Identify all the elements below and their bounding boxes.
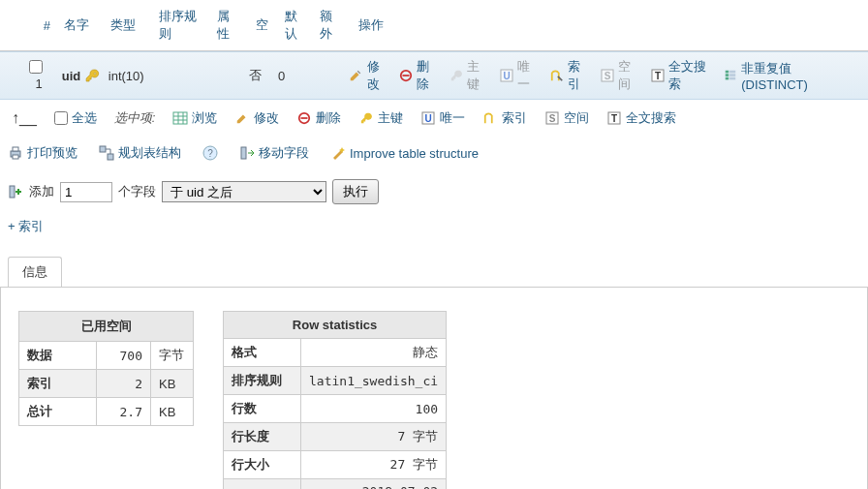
with-selected-row: ↑__ 全选 选中项: 浏览 修改 删除 主键 U唯一 索引 S空间 T全文搜索 [0, 100, 868, 137]
structure-icon [99, 145, 114, 161]
printer-icon [8, 145, 23, 161]
row-type: int(10) [99, 69, 147, 83]
svg-rect-25 [108, 154, 113, 160]
add-fields-row: 添加 个字段 于 uid 之后 执行 [0, 169, 868, 214]
fulltext-icon: T [650, 68, 664, 83]
table-row: 行数100 [224, 395, 447, 423]
col-type[interactable]: 类型 [101, 13, 149, 38]
add-position-select[interactable]: 于 uid 之后 [162, 181, 326, 202]
unique-link: U唯一 [500, 58, 541, 93]
svg-rect-12 [729, 77, 735, 80]
table-row: 创建时间2018-07-02 20:31:06 [224, 479, 447, 490]
spatial-button[interactable]: S空间 [544, 109, 589, 127]
print-preview-link[interactable]: 打印预览 [8, 144, 78, 162]
key-icon [358, 110, 374, 126]
col-null[interactable]: 空 [246, 13, 275, 38]
edit-link[interactable]: 修改 [349, 58, 389, 93]
spatial-icon: S [544, 110, 560, 126]
spatial-icon: S [600, 68, 613, 83]
table-icon [172, 110, 188, 126]
svg-text:S: S [604, 71, 610, 81]
add-icon [8, 184, 23, 199]
svg-rect-9 [726, 77, 729, 80]
table-row: 格式静态 [224, 339, 447, 367]
fulltext-icon: T [606, 110, 622, 126]
space-title: 已用空间 [19, 312, 194, 342]
svg-rect-24 [100, 146, 106, 152]
svg-text:T: T [611, 113, 617, 124]
columns-header: # 名字 类型 排序规则 属性 空 默认 额外 操作 [0, 0, 868, 51]
col-ops: 操作 [349, 13, 393, 38]
svg-rect-11 [729, 74, 735, 76]
tabs: 信息 [8, 257, 868, 287]
index-icon [482, 110, 498, 126]
pencil-icon [349, 68, 362, 83]
svg-text:U: U [503, 71, 510, 81]
delete-icon [296, 110, 312, 126]
svg-text:S: S [549, 113, 556, 124]
add-label: 添加 [29, 183, 54, 200]
browse-button[interactable]: 浏览 [172, 109, 217, 127]
check-all-checkbox[interactable] [54, 111, 68, 125]
fulltext-link[interactable]: T全文搜索 [650, 58, 714, 93]
improve-link[interactable]: Improve table structure [330, 145, 479, 161]
svg-rect-28 [241, 147, 246, 159]
unique-icon: U [500, 68, 513, 83]
stats-title: Row statistics [224, 312, 447, 339]
distinct-icon [724, 68, 738, 83]
drop-button[interactable]: 删除 [296, 109, 341, 127]
propose-link[interactable]: 规划表结构 [99, 144, 181, 162]
index-link[interactable]: 索引 [550, 58, 591, 93]
move-icon [239, 145, 255, 161]
go-button[interactable]: 执行 [332, 179, 379, 204]
row-checkbox[interactable] [29, 60, 43, 74]
col-extra[interactable]: 额外 [310, 4, 349, 46]
svg-text:?: ? [207, 148, 213, 159]
index-button[interactable]: 索引 [482, 109, 527, 127]
col-name[interactable]: 名字 [54, 13, 101, 38]
fulltext-button[interactable]: T全文搜索 [606, 109, 676, 127]
with-selected-label: 选中项: [114, 109, 156, 127]
row-name-cell: uid [52, 68, 99, 83]
column-row: 1 uid int(10) 否 0 修改 删除 主键 U唯一 索引 S空间 T全… [0, 51, 868, 100]
table-row: 总计2.7KB [19, 398, 194, 426]
row-default: 0 [268, 69, 302, 83]
arrow-up-icon: ↑__ [12, 109, 37, 127]
check-all[interactable]: 全选 [54, 109, 97, 127]
svg-text:T: T [654, 71, 660, 81]
info-panel: 已用空间 数据700字节 索引2KB 总计2.7KB Row statistic… [0, 287, 868, 489]
col-collation[interactable]: 排序规则 [149, 4, 207, 46]
unique-icon: U [420, 110, 436, 126]
space-table: 已用空间 数据700字节 索引2KB 总计2.7KB [18, 311, 194, 426]
toolbar-row: 打印预览 规划表结构 ? 移动字段 Improve table structur… [0, 137, 868, 169]
table-row: 排序规则latin1_swedish_ci [224, 367, 447, 395]
index-icon [550, 68, 564, 83]
unique-button[interactable]: U唯一 [420, 109, 465, 127]
edit-button[interactable]: 修改 [234, 109, 279, 127]
add-mid-label: 个字段 [118, 183, 156, 200]
table-row: 索引2KB [19, 370, 194, 398]
row-actions: 修改 删除 主键 U唯一 索引 S空间 T全文搜索 非重复值 (DISTINCT… [339, 58, 860, 93]
add-count-input[interactable] [60, 182, 112, 202]
help-icon[interactable]: ? [202, 145, 218, 161]
drop-link[interactable]: 删除 [399, 58, 440, 93]
tab-info[interactable]: 信息 [8, 257, 62, 287]
table-row: 行长度7 字节 [224, 423, 447, 451]
row-null: 否 [239, 67, 268, 84]
row-num: 1 [36, 76, 43, 91]
distinct-link[interactable]: 非重复值 (DISTINCT) [724, 60, 851, 92]
row-name: uid [62, 69, 81, 83]
svg-rect-29 [10, 186, 15, 198]
add-index-link[interactable]: + 索引 [0, 214, 868, 239]
col-default[interactable]: 默认 [275, 4, 310, 46]
svg-rect-13 [173, 112, 187, 124]
col-attr: 属性 [207, 4, 246, 46]
svg-rect-22 [13, 147, 18, 151]
col-num[interactable]: # [8, 15, 54, 37]
move-columns-link[interactable]: 移动字段 [239, 144, 309, 162]
svg-rect-7 [726, 71, 729, 74]
primary-button[interactable]: 主键 [358, 109, 403, 127]
table-row: 行大小27 字节 [224, 451, 447, 479]
wand-icon [330, 145, 346, 161]
svg-text:U: U [425, 113, 432, 124]
